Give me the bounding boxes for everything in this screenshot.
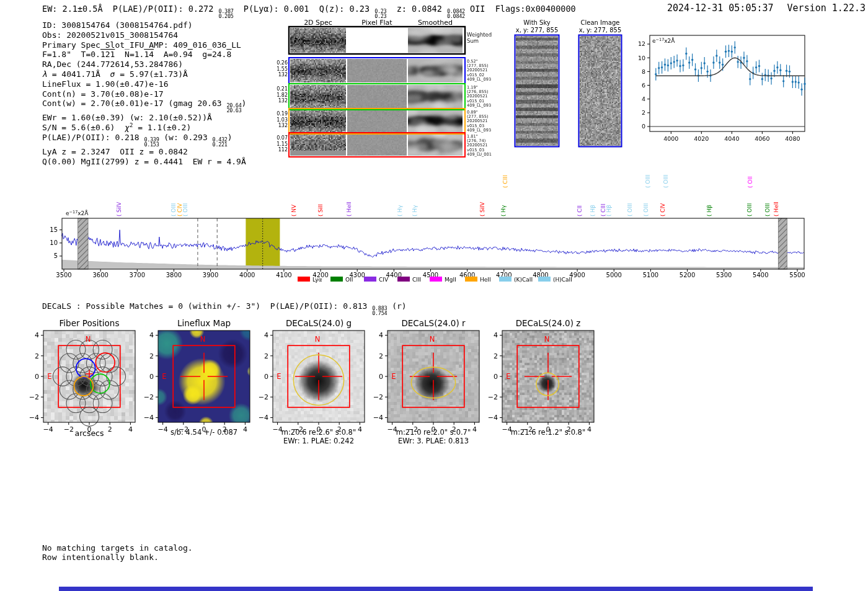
emission-line-label: ( Hγ (500, 205, 507, 216)
emission-line-label: ( OIII (182, 203, 188, 216)
vector-overlay: WeightedSum0.261.551320.52"(277, 855)202… (0, 0, 868, 591)
svg-text:5500: 5500 (789, 272, 805, 278)
svg-text:409_LU_001: 409_LU_001 (467, 152, 492, 157)
spectrum-line (62, 225, 804, 257)
emission-line-label: ( CIV (660, 203, 666, 216)
svg-text:409_LL_093: 409_LL_093 (467, 103, 491, 108)
emission-line-label: ( Hγ (397, 205, 403, 216)
svg-text:−2: −2 (29, 393, 39, 401)
compass-north: N (544, 335, 550, 344)
svg-text:2: 2 (264, 352, 268, 360)
svg-text:e−17x2Å: e−17x2Å (652, 37, 675, 45)
spec2d-row-labels: 0.071.151121.81"(276, 74)20200521v015_03… (277, 134, 492, 157)
svg-text:132: 132 (278, 123, 288, 128)
svg-text:−4: −4 (144, 414, 154, 422)
emission-line-label: ( OIII (170, 203, 177, 216)
svg-text:2: 2 (379, 352, 383, 360)
svg-text:10: 10 (50, 239, 58, 246)
svg-text:2: 2 (642, 109, 645, 116)
svg-text:4000: 4000 (239, 272, 255, 278)
svg-text:5: 5 (54, 252, 58, 259)
emission-line-label: ( HeII (346, 202, 352, 216)
svg-text:e−17x2Å: e−17x2Å (66, 210, 89, 217)
cutout-caption2: EWr: 1. PLAE: 0.242 (283, 437, 354, 445)
svg-text:−4: −4 (488, 414, 498, 422)
svg-text:1.03: 1.03 (277, 117, 288, 123)
svg-text:1.82: 1.82 (277, 92, 288, 98)
cutout-overlay: 442200−2−2−4−4Lineflux MapNEs/b: 4.54 +/… (144, 318, 250, 437)
cutout-title: DECaLS(24.0) g (286, 318, 352, 328)
svg-text:0: 0 (35, 373, 39, 381)
svg-text:5300: 5300 (716, 272, 732, 278)
svg-text:3900: 3900 (203, 272, 218, 278)
svg-text:6: 6 (642, 82, 645, 89)
svg-text:4: 4 (587, 425, 591, 433)
compass-north: N (315, 335, 321, 344)
emission-line-label: ( Hβ (590, 205, 596, 216)
svg-text:2: 2 (108, 425, 112, 433)
svg-text:4100: 4100 (276, 272, 291, 278)
cutout-overlay: 442200−2−2−4−4Fiber PositionsNEarcsecs (29, 318, 135, 438)
compass-north: N (200, 335, 206, 344)
masked-region (78, 218, 88, 269)
spec2d-row-border (289, 27, 465, 54)
svg-text:0: 0 (264, 373, 268, 381)
legend-swatch (465, 277, 477, 282)
clean-image-border (579, 35, 622, 147)
emission-line-label: ( Hβ (706, 205, 712, 216)
emission-line-label: ( OIII (645, 175, 651, 188)
emission-line-label: ( NV (291, 204, 297, 216)
legend-label: HeII (480, 277, 491, 283)
emission-line-label: ( SiIV (479, 202, 485, 216)
svg-text:−2: −2 (259, 393, 268, 401)
line-fit-chart: 40004020404040604080024681012e−17x2Å (638, 35, 806, 142)
svg-text:−4: −4 (157, 425, 167, 433)
emission-line-label: ( SiIV (116, 202, 122, 216)
svg-text:132: 132 (278, 72, 288, 78)
cutout-title: DECaLS(24.0) r (401, 318, 466, 328)
emission-line-label: ( OIII (764, 203, 771, 216)
legend-label: CIV (379, 277, 389, 283)
svg-text:4: 4 (264, 331, 268, 339)
legend-label: MgII (445, 277, 456, 283)
svg-text:409_LL_093: 409_LL_093 (467, 77, 491, 82)
legend-label: OII (345, 277, 353, 283)
emission-line-label: ( OII (747, 176, 753, 188)
emission-line-label: ( CIII (502, 175, 508, 188)
svg-text:0.21: 0.21 (277, 86, 288, 92)
svg-text:4: 4 (358, 425, 362, 433)
svg-text:4: 4 (128, 425, 133, 433)
svg-text:Weighted: Weighted (467, 32, 492, 38)
emission-line-label: ( OIII (746, 203, 753, 216)
svg-text:4: 4 (642, 96, 645, 102)
svg-text:8: 8 (642, 68, 645, 75)
svg-text:3600: 3600 (92, 272, 108, 278)
legend-label: Lyα (312, 277, 322, 283)
svg-text:4040: 4040 (724, 135, 739, 142)
svg-text:−4: −4 (259, 414, 268, 422)
svg-text:0: 0 (642, 123, 645, 130)
svg-text:0: 0 (149, 373, 154, 381)
svg-text:−2: −2 (488, 393, 498, 401)
svg-text:Sum: Sum (467, 38, 479, 44)
svg-text:4020: 4020 (694, 135, 709, 142)
svg-text:−4: −4 (43, 425, 53, 433)
cutout-overlay: 442200−2−2−4−4DECaLS(24.0) zNEm:21.6 re:… (488, 318, 594, 437)
cutout-caption: s/b: 4.54 +/- 0.087 (170, 428, 237, 437)
svg-text:5400: 5400 (753, 272, 768, 278)
fiber-circles (53, 340, 125, 426)
svg-text:15: 15 (50, 226, 58, 233)
emission-line-label: ( OIII (663, 175, 669, 188)
cutout-title: Fiber Positions (60, 318, 120, 328)
masked-region (778, 218, 787, 269)
svg-text:3500: 3500 (56, 272, 71, 278)
svg-text:1.15: 1.15 (277, 141, 288, 147)
cutout-caption: m:21.0 re:2.0" s:0.7" (396, 428, 471, 437)
cutout-overlay: 442200−2−2−4−4DECaLS(24.0) gNEm:20.6 re:… (259, 318, 365, 445)
svg-text:0: 0 (379, 373, 383, 381)
legend-swatch (364, 277, 376, 282)
emission-line-label: ( HeII (773, 202, 779, 216)
spec2d-row-labels: 0.211.821321.19"(276, 855)20200521v015_0… (277, 85, 491, 108)
legend-swatch (538, 277, 551, 282)
svg-text:4: 4 (243, 425, 247, 433)
